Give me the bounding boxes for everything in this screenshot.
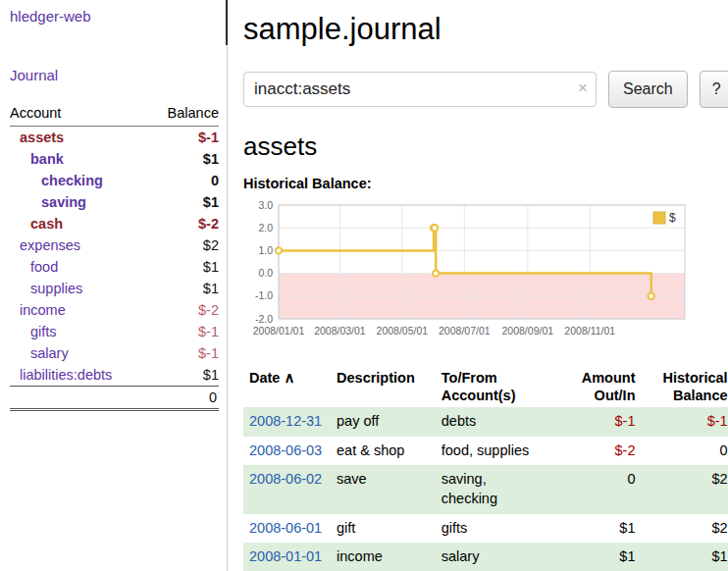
account-balance: $-2 [198,216,219,232]
transaction-balance: $1 [642,543,728,571]
account-row: expenses$2 [10,234,219,256]
accounts-header-balance: Balance [168,105,219,121]
transaction-date-cell: 2008-06-02 [243,465,331,513]
transaction-balance: 0 [642,437,728,466]
x-axis-tick-label: 2008/11/01 [564,325,615,337]
transaction-description: gift [331,514,436,544]
register-row: 2008-06-02savesaving, checking0$2 [243,465,728,513]
brand-link[interactable]: hledger-web [10,8,91,25]
account-link-supplies[interactable]: supplies [10,281,82,296]
account-row: saving$1 [10,191,219,213]
account-link-salary[interactable]: salary [10,345,69,361]
account-link-food[interactable]: food [10,259,58,275]
account-row: liabilities:debts$1 [10,364,219,386]
register-row: 2008-06-01giftgifts$1$2 [243,514,728,544]
transaction-amount: $-2 [560,437,641,466]
accounts-panel: Account Balance assets$-1bank$1checking0… [10,103,219,411]
accounts-table-header: Account Balance [10,103,219,127]
transaction-date-cell: 2008-01-01 [243,543,331,571]
transaction-balance: $2 [642,465,728,513]
data-point [432,225,438,231]
account-row: income$-2 [10,299,219,321]
legend-label: $ [669,211,676,225]
account-balance: $1 [203,367,219,383]
account-balance: 0 [211,173,219,188]
legend-swatch [653,212,665,224]
account-row: checking0 [10,170,219,191]
scrollbar-thumb [226,0,228,45]
register-row: 2008-06-03eat & shopfood, supplies$-20 [243,437,728,466]
transaction-description: save [331,465,436,513]
account-balance: $2 [203,237,219,253]
account-balance: $-1 [198,324,219,339]
transaction-amount: $1 [560,543,641,571]
account-link-saving[interactable]: saving [10,194,86,210]
transaction-date-link[interactable]: 2008-06-03 [249,442,322,458]
transaction-accounts: debts [436,407,560,437]
nav-journal-link[interactable]: Journal [10,67,219,83]
account-link-gifts[interactable]: gifts [10,324,57,339]
transaction-date-link[interactable]: 2008-12-31 [249,413,322,429]
register-header: Date∧ Description To/From Account(s) Amo… [243,366,728,407]
x-axis-tick-label: 2008/01/01 [253,325,305,337]
transaction-amount: $1 [560,514,641,544]
accounts-header-account: Account [10,105,61,121]
account-balance: $-1 [198,130,219,145]
page-title: sample.journal [243,12,728,47]
transaction-date-link[interactable]: 2008-06-01 [249,520,322,536]
account-row: salary$-1 [10,342,219,364]
y-axis-tick-label: -1.0 [255,289,273,301]
column-header-amount: Amount Out/In [560,366,641,407]
y-axis-tick-label: 2.0 [258,222,273,234]
transaction-balance: $2 [642,514,728,544]
register-body: 2008-12-31pay offdebts$-1$-12008-06-03ea… [243,407,728,571]
transaction-date-cell: 2008-12-31 [243,407,331,437]
y-axis-tick-label: 1.0 [258,244,273,256]
transaction-date-cell: 2008-06-03 [243,437,331,466]
transaction-description: pay off [331,407,436,437]
column-header-accounts: To/From Account(s) [436,366,560,407]
y-axis-tick-label: 0.0 [258,267,273,279]
chart-svg: 3.02.01.00.0-1.0-2.02008/01/012008/03/01… [243,199,693,348]
clear-search-icon[interactable]: × [578,79,588,96]
transaction-accounts: salary [436,543,560,571]
accounts-total-row: 0 [10,386,219,411]
account-balance: $1 [203,259,219,275]
account-row: supplies$1 [10,278,219,299]
x-axis-tick-label: 2008/09/01 [502,325,554,337]
account-link-bank[interactable]: bank [10,151,64,167]
search-input[interactable] [243,72,597,107]
account-link-assets[interactable]: assets [10,130,64,145]
account-row: bank$1 [10,148,219,170]
transaction-amount: $-1 [560,407,641,437]
app-window: hledger-web Journal Account Balance asse… [0,0,728,571]
register-table: Date∧ Description To/From Account(s) Amo… [243,366,728,571]
account-balance: $1 [203,151,219,167]
chart-title: Historical Balance: [243,176,728,191]
x-axis-tick-label: 2008/05/01 [377,325,429,337]
x-axis-tick-label: 2008/03/01 [314,325,366,337]
account-link-expenses[interactable]: expenses [10,237,80,253]
account-balance: $1 [203,281,219,296]
account-row: gifts$-1 [10,321,219,342]
y-axis-tick-label: 3.0 [258,199,273,211]
account-link-checking[interactable]: checking [10,173,103,188]
search-button[interactable]: Search [608,71,688,108]
transaction-date-link[interactable]: 2008-01-01 [249,548,322,564]
register-row: 2008-12-31pay offdebts$-1$-1 [243,407,728,437]
account-balance: $1 [203,194,219,210]
account-row: cash$-2 [10,213,219,234]
help-button[interactable]: ? [700,71,728,108]
account-tree: assets$-1bank$1checking0saving$1cash$-2e… [10,127,219,386]
y-axis-tick-label: -2.0 [255,313,273,325]
transaction-description: eat & shop [331,437,436,466]
account-row: food$1 [10,256,219,278]
account-heading: assets [243,131,728,162]
account-row: assets$-1 [10,127,219,148]
x-axis-tick-label: 2008/07/01 [439,325,491,337]
column-header-date[interactable]: Date∧ [243,366,331,407]
transaction-date-link[interactable]: 2008-06-02 [249,471,322,487]
account-link-cash[interactable]: cash [10,216,63,232]
account-link-income[interactable]: income [10,302,66,318]
account-link-liabilities-debts[interactable]: liabilities:debts [10,367,112,383]
